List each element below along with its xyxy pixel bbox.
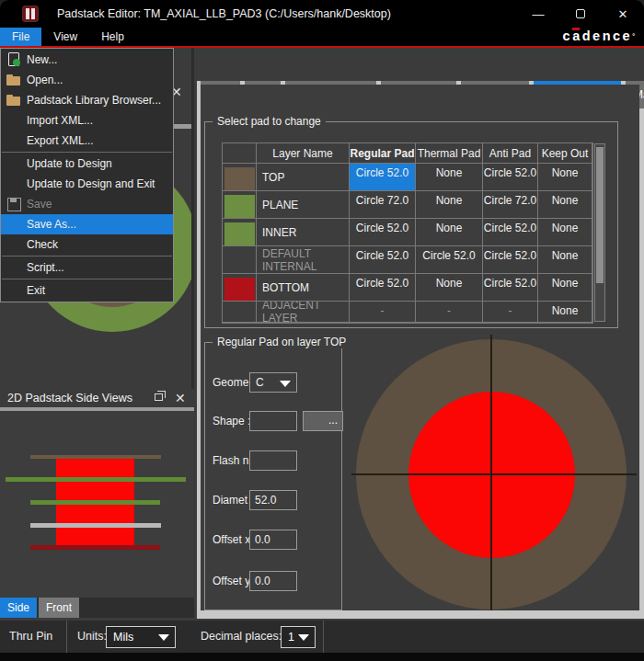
title-bar: Padstack Editor: TM_AXIAL_LLB_PAD3 (C:/U… bbox=[0, 0, 644, 28]
column-header-keep-out: Keep Out bbox=[538, 143, 592, 164]
pad-value-cell[interactable]: None bbox=[538, 302, 592, 323]
side-view-canvas bbox=[0, 411, 194, 598]
column-header-anti-pad: Anti Pad bbox=[483, 143, 538, 164]
file-menu-item-label: Save bbox=[27, 198, 52, 211]
pad-value-cell[interactable]: None bbox=[416, 164, 483, 191]
menu-item-spacer bbox=[1, 154, 27, 174]
file-menu-item-padstack-library-browser[interactable]: Padstack Library Browser... bbox=[1, 90, 173, 110]
pad-value-cell[interactable]: None bbox=[538, 274, 592, 302]
minimize-button[interactable]: — bbox=[517, 0, 559, 28]
close-button[interactable]: ✕ bbox=[602, 0, 644, 28]
pad-value-cell[interactable]: Circle 52.0 bbox=[350, 164, 416, 191]
internal-layer-line bbox=[30, 523, 161, 528]
swatch-cell bbox=[223, 164, 257, 191]
file-menu-item-label: Export XML... bbox=[27, 134, 94, 147]
file-menu-item-check[interactable]: Check bbox=[1, 234, 173, 255]
file-menu-item-export-xml[interactable]: Export XML... bbox=[1, 131, 173, 151]
file-menu-item-label: New... bbox=[27, 53, 57, 66]
file-menu-item-update-to-design-and-exit[interactable]: Update to Design and Exit bbox=[1, 174, 173, 194]
pad-value-cell[interactable]: None bbox=[416, 219, 483, 246]
pin-type-label: Thru Pin bbox=[9, 621, 52, 653]
column-header-thermal-pad: Thermal Pad bbox=[416, 143, 483, 164]
menu-view[interactable]: View bbox=[41, 28, 89, 46]
pad-value-cell[interactable]: Circle 52.0 bbox=[350, 274, 416, 302]
form-field-shape[interactable] bbox=[249, 411, 297, 431]
select-pad-legend: Select pad to change bbox=[213, 115, 326, 128]
status-bar: Thru Pin Units: Mils Decimal places: 1 bbox=[0, 621, 644, 653]
pad-table-scrollbar-thumb[interactable] bbox=[596, 147, 604, 283]
pad-value-cell[interactable]: Circle 52.0 bbox=[350, 246, 416, 274]
browse-shape-button[interactable]: ... bbox=[303, 411, 343, 431]
file-menu-item-update-to-design[interactable]: Update to Design bbox=[1, 154, 173, 174]
float-panel-icon[interactable] bbox=[155, 393, 163, 401]
window-title: Padstack Editor: TM_AXIAL_LLB_PAD3 (C:/U… bbox=[57, 0, 391, 28]
geometry-dropdown[interactable]: C bbox=[249, 372, 297, 393]
crosshair-horizontal bbox=[351, 473, 637, 475]
pad-value-cell[interactable]: Circle 72.0 bbox=[350, 191, 416, 219]
form-field-offset-y[interactable]: 0.0 bbox=[249, 571, 297, 591]
swatch-cell bbox=[223, 246, 257, 274]
file-menu-item-save[interactable]: Save bbox=[1, 194, 173, 214]
swatch-cell bbox=[223, 274, 257, 302]
menu-item-spacer bbox=[1, 257, 27, 278]
close-icon: ✕ bbox=[618, 7, 628, 21]
side-views-close-icon[interactable]: ✕ bbox=[175, 392, 186, 405]
form-label-offset-x: Offset x bbox=[213, 530, 253, 550]
menu-file[interactable]: File bbox=[0, 28, 41, 46]
file-menu-item-label: Exit bbox=[27, 284, 45, 297]
file-menu-item-exit[interactable]: Exit bbox=[1, 280, 173, 301]
layer-name-cell: INNER bbox=[257, 219, 350, 246]
column-header-regular-pad: Regular Pad bbox=[350, 143, 416, 164]
units-dropdown[interactable]: Mils bbox=[106, 626, 176, 648]
pad-value-cell[interactable]: Circle 52.0 bbox=[416, 246, 483, 274]
form-field-flash-n[interactable] bbox=[249, 450, 297, 471]
pad-value-cell[interactable]: None bbox=[538, 164, 592, 191]
pad-value-cell[interactable]: - bbox=[416, 302, 483, 323]
pad-value-cell[interactable]: None bbox=[538, 219, 592, 246]
side-tab-side[interactable]: Side bbox=[0, 598, 37, 618]
pad-value-cell[interactable]: - bbox=[350, 302, 416, 323]
file-menu-item-new[interactable]: New... bbox=[1, 50, 173, 70]
pad-table-scrollbar[interactable] bbox=[594, 143, 605, 322]
file-menu-item-open[interactable]: Open... bbox=[1, 70, 173, 90]
pad-value-cell[interactable]: None bbox=[538, 246, 592, 274]
decimal-places-value: 1 bbox=[288, 631, 294, 644]
pad-value-cell[interactable]: Circle 52.0 bbox=[483, 219, 538, 246]
pad-table: Layer NameRegular PadThermal PadAnti Pad… bbox=[222, 142, 593, 324]
maximize-button[interactable] bbox=[559, 0, 602, 28]
status-divider-2 bbox=[323, 621, 324, 653]
form-field-offset-x[interactable]: 0.0 bbox=[249, 530, 297, 550]
menu-separator bbox=[2, 152, 172, 153]
file-menu-item-save-as[interactable]: Save As... bbox=[1, 214, 173, 234]
menu-item-spacer bbox=[1, 174, 27, 194]
swatch-cell bbox=[223, 302, 257, 323]
side-views-header: 2D Padstack Side Views bbox=[0, 389, 194, 407]
units-label: Units: bbox=[77, 621, 107, 653]
form-label-offset-y: Offset y bbox=[213, 571, 253, 591]
file-menu-item-label: Open... bbox=[27, 74, 63, 86]
decimal-places-dropdown[interactable]: 1 bbox=[281, 626, 316, 648]
pad-value-cell[interactable]: Circle 52.0 bbox=[350, 219, 416, 246]
form-field-diamet[interactable]: 52.0 bbox=[249, 490, 297, 510]
pad-value-cell[interactable]: None bbox=[416, 274, 483, 302]
pad-value-cell[interactable]: Circle 52.0 bbox=[483, 246, 538, 274]
folder-icon bbox=[1, 90, 27, 110]
menu-help[interactable]: Help bbox=[89, 28, 136, 46]
layer-name-cell: PLANE bbox=[257, 191, 350, 219]
maximize-icon bbox=[576, 9, 585, 18]
file-menu-item-script[interactable]: Script... bbox=[1, 257, 173, 278]
pad-value-cell[interactable]: - bbox=[483, 302, 538, 323]
pad-value-cell[interactable]: Circle 52.0 bbox=[483, 164, 538, 191]
file-menu-item-import-xml[interactable]: Import XML... bbox=[1, 110, 173, 131]
folder-icon bbox=[1, 70, 27, 90]
side-tab-front[interactable]: Front bbox=[39, 598, 79, 618]
layer-name-cell: BOTTOM bbox=[257, 274, 350, 302]
layer-color-swatch bbox=[224, 195, 255, 219]
pad-value-cell[interactable]: None bbox=[538, 191, 592, 219]
menu-item-spacer bbox=[1, 131, 27, 151]
save-icon bbox=[1, 194, 27, 214]
pad-value-cell[interactable]: Circle 52.0 bbox=[483, 274, 538, 302]
pad-value-cell[interactable]: None bbox=[416, 191, 483, 219]
layer-color-swatch bbox=[224, 167, 255, 191]
pad-value-cell[interactable]: Circle 72.0 bbox=[483, 191, 538, 219]
